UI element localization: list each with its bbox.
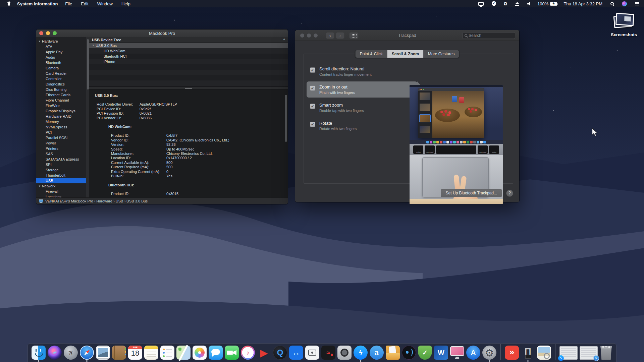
- sidebar-item-sata-sata-express[interactable]: SATA/SATA Express: [36, 157, 86, 162]
- dock-preview[interactable]: [537, 346, 551, 360]
- menu-help[interactable]: Help: [121, 1, 130, 6]
- dock-finder[interactable]: [32, 346, 46, 360]
- dock-audio-utility[interactable]: [402, 346, 416, 360]
- sidebar-item-audio[interactable]: Audio: [36, 55, 86, 60]
- disclosure-triangle-icon[interactable]: ▼: [38, 185, 41, 188]
- sidebar-item-diagnostics[interactable]: Diagnostics: [36, 81, 86, 87]
- sidebar-item-pci[interactable]: PCI: [36, 130, 86, 135]
- apple-menu-icon[interactable]: [7, 1, 11, 6]
- option-scroll-direction-natural[interactable]: Scroll direction: Natural Content tracks…: [307, 63, 417, 79]
- sidebar-item-card-reader[interactable]: Card Reader: [36, 71, 86, 76]
- checkbox[interactable]: [310, 85, 315, 91]
- tree-row-hd-webcam[interactable]: HD WebCam: [89, 48, 288, 54]
- close-button[interactable]: [300, 34, 304, 38]
- dock-messenger[interactable]: [354, 346, 368, 360]
- sidebar-item-apple-pay[interactable]: Apple Pay: [36, 49, 86, 55]
- dock-screenshot-app[interactable]: [305, 346, 319, 360]
- sidebar-item-thunderbolt[interactable]: Thunderbolt: [36, 173, 86, 178]
- sidebar-section-header[interactable]: ▼ Hardware: [36, 39, 86, 44]
- pane-splitter[interactable]: [89, 86, 288, 89]
- sidebar-item-storage[interactable]: Storage: [36, 167, 86, 173]
- zoom-button[interactable]: [314, 34, 318, 38]
- dock-trash[interactable]: [600, 346, 612, 360]
- tab-point-click[interactable]: Point & Click: [356, 50, 387, 58]
- option-smart-zoom[interactable]: Smart zoom Double-tap with two fingers: [307, 100, 417, 116]
- checkbox[interactable]: [310, 104, 315, 109]
- show-all-preferences-button[interactable]: [349, 32, 359, 39]
- dock-launchpad[interactable]: [64, 346, 78, 360]
- dock-window-thumb-messenger[interactable]: [559, 346, 578, 360]
- tab-more-gestures[interactable]: More Gestures: [424, 50, 459, 58]
- dock-word[interactable]: [434, 346, 448, 360]
- sidebar-item-printers[interactable]: Printers: [36, 146, 86, 151]
- sidebar-item-usb[interactable]: USB: [36, 178, 86, 183]
- dock-messages[interactable]: [209, 346, 223, 360]
- option-rotate[interactable]: Rotate Rotate with two fingers: [307, 118, 417, 134]
- status-eject-icon[interactable]: [514, 2, 519, 6]
- sidebar-item-firewire[interactable]: FireWire: [36, 103, 86, 108]
- dock-app-store[interactable]: [466, 346, 480, 360]
- status-adguard-shield-icon[interactable]: [490, 1, 496, 6]
- sidebar-item-spi[interactable]: SPI: [36, 162, 86, 167]
- dock-anytrans[interactable]: [370, 346, 384, 360]
- status-spotlight-search-icon[interactable]: [609, 2, 614, 5]
- dock-reminders[interactable]: [160, 346, 174, 360]
- dock-display-settings[interactable]: [450, 346, 464, 360]
- status-siri-icon[interactable]: [620, 1, 627, 6]
- dock-safari[interactable]: [80, 346, 94, 360]
- sysinfo-titlebar[interactable]: MacBook Pro: [36, 29, 288, 37]
- dock-adguard[interactable]: [418, 346, 432, 360]
- search-input[interactable]: [469, 33, 513, 38]
- tree-row-bluetooth-hci[interactable]: Bluetooth HCI: [89, 54, 288, 59]
- status-bluetooth-icon[interactable]: [502, 1, 507, 6]
- status-clock[interactable]: Thu 18 Apr 3:32 PM: [564, 1, 602, 6]
- sidebar-item-locations[interactable]: Locations: [36, 194, 86, 197]
- tree-row-usb-3-0-bus[interactable]: ▼ USB 3.0 Bus: [89, 43, 288, 48]
- preferences-search-field[interactable]: [462, 32, 515, 39]
- forward-button[interactable]: ›: [336, 32, 344, 39]
- dock-quicktime[interactable]: [273, 346, 287, 360]
- minimize-button[interactable]: [307, 34, 311, 38]
- status-battery-charging-icon[interactable]: 100%: [537, 1, 557, 6]
- sidebar-scrollbar[interactable]: [86, 37, 89, 197]
- dock-siri[interactable]: [48, 346, 62, 360]
- dock-maps[interactable]: [176, 346, 191, 360]
- sidebar-section-header[interactable]: ▼ Network: [36, 183, 86, 189]
- sidebar-item-disc-burning[interactable]: Disc Burning: [36, 87, 86, 92]
- dock-divider[interactable]: [500, 344, 501, 360]
- dock-play-button[interactable]: [257, 346, 271, 360]
- dock-system-preferences[interactable]: [482, 346, 496, 360]
- dock-image-capture[interactable]: [337, 346, 352, 360]
- breadcrumb[interactable]: VENKATESH's MacBook Pro › Hardware › USB…: [45, 199, 148, 203]
- dock-contacts[interactable]: [112, 346, 126, 360]
- status-display-mirroring-icon[interactable]: [477, 2, 484, 6]
- sidebar-item-ethernet-cards[interactable]: Ethernet Cards: [36, 92, 86, 98]
- sidebar-item-graphics-displays[interactable]: Graphics/Displays: [36, 108, 86, 114]
- help-button[interactable]: ?: [506, 190, 513, 197]
- close-button[interactable]: [39, 31, 43, 35]
- tree-row-iphone[interactable]: iPhone: [89, 59, 288, 64]
- menu-edit[interactable]: Edit: [81, 1, 88, 6]
- checkbox[interactable]: [310, 122, 315, 127]
- menu-file[interactable]: File: [65, 1, 72, 6]
- dock-calendar[interactable]: APR 18: [128, 346, 142, 360]
- sidebar-item-ata[interactable]: ATA: [36, 44, 86, 49]
- menu-window[interactable]: Window: [97, 1, 113, 6]
- back-button[interactable]: ‹: [326, 32, 334, 39]
- zoom-button[interactable]: [53, 31, 57, 35]
- sidebar-item-bluetooth[interactable]: Bluetooth: [36, 60, 86, 65]
- dock-teamviewer[interactable]: [289, 346, 303, 360]
- dock-installer-folder[interactable]: [386, 346, 400, 360]
- option-zoom-in-or-out[interactable]: Zoom in or out Pinch with two fingers: [307, 81, 417, 98]
- setup-bluetooth-trackpad-button[interactable]: Set Up Bluetooth Trackpad...: [441, 189, 502, 197]
- sidebar-item-memory[interactable]: Memory: [36, 119, 86, 124]
- sidebar-item-firewall[interactable]: Firewall: [36, 189, 86, 194]
- sidebar-item-parallel-scsi[interactable]: Parallel SCSI: [36, 135, 86, 140]
- collapse-chevron-icon[interactable]: ^: [283, 38, 285, 42]
- tab-scroll-zoom[interactable]: Scroll & Zoom: [387, 50, 424, 58]
- dock-notes[interactable]: [144, 346, 158, 360]
- desktop-icon-screenshots[interactable]: Screenshots: [606, 13, 641, 37]
- checkbox[interactable]: [310, 67, 315, 73]
- status-volume-icon[interactable]: [526, 2, 531, 6]
- dock-anydesk[interactable]: [505, 346, 519, 360]
